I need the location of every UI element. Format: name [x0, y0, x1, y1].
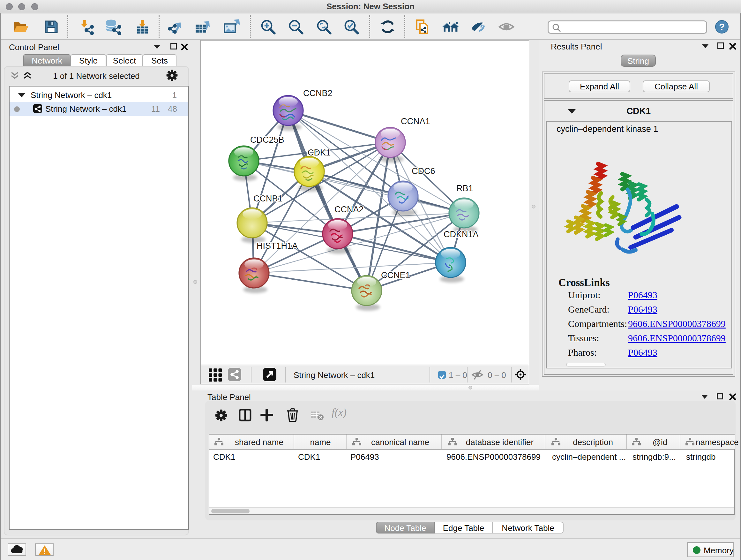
svg-text:CCNE1: CCNE1 — [381, 270, 410, 280]
svg-text:RB1: RB1 — [456, 184, 473, 193]
svg-text:CCNB2: CCNB2 — [303, 88, 333, 98]
svg-text:CDK1: CDK1 — [308, 148, 331, 158]
svg-text:HIST1H1A: HIST1H1A — [257, 241, 298, 251]
svg-text:CCNB1: CCNB1 — [253, 194, 283, 203]
svg-text:CCNA1: CCNA1 — [401, 117, 430, 126]
svg-text:CDC25B: CDC25B — [250, 135, 284, 145]
svg-text:CDC6: CDC6 — [412, 166, 435, 176]
svg-text:CCNA2: CCNA2 — [334, 205, 364, 214]
svg-text:?: ? — [719, 22, 725, 32]
svg-text:CDKN1A: CDKN1A — [444, 230, 479, 239]
